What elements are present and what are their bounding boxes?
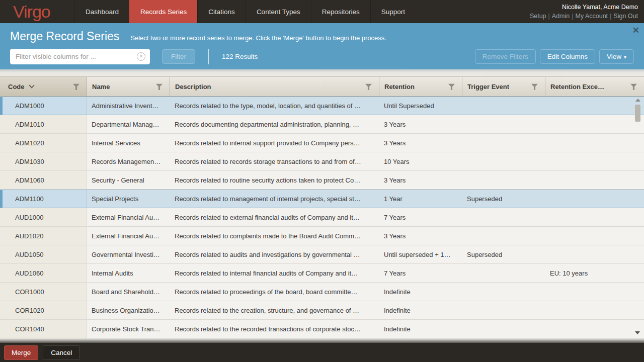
nav-tab-support[interactable]: Support bbox=[370, 0, 416, 23]
cell-code: AUD1000 bbox=[0, 208, 87, 226]
cell-description: Records related to routine security acti… bbox=[170, 171, 379, 189]
merge-button[interactable]: Merge bbox=[4, 345, 38, 360]
nav-tab-citations[interactable]: Citations bbox=[197, 0, 246, 23]
table-row[interactable]: ADM1030 Records Managemen… Records relat… bbox=[0, 152, 644, 171]
admin-link[interactable]: Admin bbox=[552, 13, 570, 20]
table-row[interactable]: ADM1060 Security - General Records relat… bbox=[0, 171, 644, 190]
table-row[interactable]: ADM1100 Special Projects Records related… bbox=[0, 190, 644, 208]
cell-description: Records related to proceedings of the bo… bbox=[170, 283, 379, 301]
cell-name: Internal Services bbox=[87, 134, 170, 152]
cell-description: Records related to management of interna… bbox=[170, 190, 379, 208]
cell-retention-exception bbox=[545, 283, 644, 301]
page-subtitle: Select two or more record series to merg… bbox=[130, 34, 386, 42]
table-row[interactable]: ADM1010 Departmental Manag… Records docu… bbox=[0, 115, 644, 134]
cell-retention-exception bbox=[545, 190, 644, 208]
cell-description: Records related to audits and investigat… bbox=[170, 245, 379, 263]
column-header-retention-exceptions[interactable]: Retention Exce… bbox=[545, 77, 644, 96]
link-separator: | bbox=[610, 13, 611, 20]
close-icon[interactable]: ✕ bbox=[632, 26, 639, 35]
cell-description: Records related to records storage trans… bbox=[170, 152, 379, 170]
cell-retention: 3 Years bbox=[379, 227, 462, 245]
setup-link[interactable]: Setup bbox=[530, 13, 546, 20]
cell-retention: 10 Years bbox=[379, 152, 462, 170]
filter-funnel-icon[interactable] bbox=[156, 83, 163, 90]
cell-code: COR1020 bbox=[0, 301, 87, 319]
filter-button[interactable]: Filter bbox=[162, 49, 195, 64]
clear-filter-icon[interactable]: × bbox=[137, 52, 145, 61]
table-row[interactable]: ADM1000 Administrative Invent… Records r… bbox=[0, 97, 644, 115]
column-header-description[interactable]: Description bbox=[170, 77, 379, 96]
cell-name: Governmental Investi… bbox=[87, 245, 170, 263]
vertical-scrollbar[interactable] bbox=[634, 98, 641, 335]
cell-retention: 3 Years bbox=[379, 134, 462, 152]
cell-retention: Indefinite bbox=[379, 320, 462, 338]
cell-trigger-event bbox=[462, 227, 545, 245]
nav-tab-records-series[interactable]: Records Series bbox=[129, 0, 197, 23]
cell-name: Administrative Invent… bbox=[87, 97, 170, 115]
cell-code: ADM1020 bbox=[0, 134, 87, 152]
vertical-divider bbox=[208, 49, 209, 64]
table-row[interactable]: AUD1050 Governmental Investi… Records re… bbox=[0, 245, 644, 264]
cell-retention: 3 Years bbox=[379, 115, 462, 133]
cell-description: Records related to internal financial au… bbox=[170, 264, 379, 282]
nav-tab-content-types[interactable]: Content Types bbox=[246, 0, 311, 23]
scrollbar-thumb[interactable] bbox=[635, 105, 640, 122]
cell-trigger-event bbox=[462, 97, 545, 115]
table-row[interactable]: COR1000 Board and Sharehold… Records rel… bbox=[0, 283, 644, 301]
filter-funnel-icon[interactable] bbox=[73, 83, 79, 90]
scroll-down-icon[interactable] bbox=[635, 331, 640, 334]
column-header-code[interactable]: Code bbox=[0, 77, 87, 96]
cell-name: Internal Audits bbox=[87, 264, 170, 282]
cell-code: ADM1060 bbox=[0, 171, 87, 189]
table-header-row: Code Name Description Retention Trigger … bbox=[0, 76, 644, 97]
nav-tab-repositories[interactable]: Repositories bbox=[311, 0, 370, 23]
cell-retention: 7 Years bbox=[379, 264, 462, 282]
cell-trigger-event bbox=[462, 171, 545, 189]
table-row[interactable]: COR1040 Corporate Stock Tran… Records re… bbox=[0, 320, 644, 338]
edit-columns-button[interactable]: Edit Columns bbox=[540, 49, 595, 64]
cell-name: Board and Sharehold… bbox=[87, 283, 170, 301]
cell-retention: Until Superseded bbox=[379, 97, 462, 115]
my-account-link[interactable]: My Account bbox=[575, 13, 608, 20]
results-count: 122 Results bbox=[222, 53, 258, 60]
table-row[interactable]: AUD1020 External Financial Au… Records r… bbox=[0, 227, 644, 245]
app-logo: Virgo bbox=[0, 0, 74, 23]
cell-code: AUD1050 bbox=[0, 245, 87, 263]
page-title: Merge Record Series bbox=[10, 30, 119, 43]
panel-table-gap bbox=[0, 69, 644, 76]
column-header-trigger-event[interactable]: Trigger Event bbox=[462, 77, 545, 96]
cell-name: External Financial Au… bbox=[87, 208, 170, 226]
cell-name: Corporate Stock Tran… bbox=[87, 320, 170, 338]
column-header-name[interactable]: Name bbox=[87, 77, 170, 96]
filter-input[interactable] bbox=[10, 49, 150, 64]
remove-filters-button[interactable]: Remove Filters bbox=[475, 49, 536, 64]
cell-trigger-event: Superseded bbox=[462, 190, 545, 208]
table-row[interactable]: COR1020 Business Organizatio… Records re… bbox=[0, 301, 644, 320]
table-row[interactable]: AUD1000 External Financial Au… Records r… bbox=[0, 208, 644, 227]
filter-funnel-icon[interactable] bbox=[531, 83, 538, 90]
sign-out-link[interactable]: Sign Out bbox=[613, 13, 638, 20]
cell-description: Records related to external financial au… bbox=[170, 208, 379, 226]
cell-description: Records documenting departmental adminis… bbox=[170, 115, 379, 133]
view-dropdown-button[interactable]: View▾ bbox=[599, 49, 634, 64]
cell-trigger-event bbox=[462, 301, 545, 319]
cell-retention: Until superseded + 1… bbox=[379, 245, 462, 263]
table-row[interactable]: AUD1060 Internal Audits Records related … bbox=[0, 264, 644, 283]
filter-funnel-icon[interactable] bbox=[448, 83, 455, 90]
table-row[interactable]: ADM1020 Internal Services Records relate… bbox=[0, 134, 644, 152]
user-links: Setup|Admin|My Account|Sign Out bbox=[530, 12, 638, 21]
cell-retention-exception bbox=[545, 227, 644, 245]
cell-code: ADM1000 bbox=[0, 97, 87, 115]
cancel-button[interactable]: Cancel bbox=[43, 345, 80, 360]
cell-retention: 7 Years bbox=[379, 208, 462, 226]
filter-funnel-icon[interactable] bbox=[365, 83, 372, 90]
cell-retention: 3 Years bbox=[379, 171, 462, 189]
merge-panel-header: ✕ Merge Record Series Select two or more… bbox=[0, 23, 644, 69]
cell-name: External Financial Au… bbox=[87, 227, 170, 245]
cell-code: COR1040 bbox=[0, 320, 87, 338]
column-header-retention[interactable]: Retention bbox=[379, 77, 462, 96]
scroll-up-icon[interactable] bbox=[635, 99, 640, 102]
filter-funnel-icon[interactable] bbox=[630, 83, 637, 90]
nav-tab-dashboard[interactable]: Dashboard bbox=[74, 0, 129, 23]
cell-name: Special Projects bbox=[87, 190, 170, 208]
